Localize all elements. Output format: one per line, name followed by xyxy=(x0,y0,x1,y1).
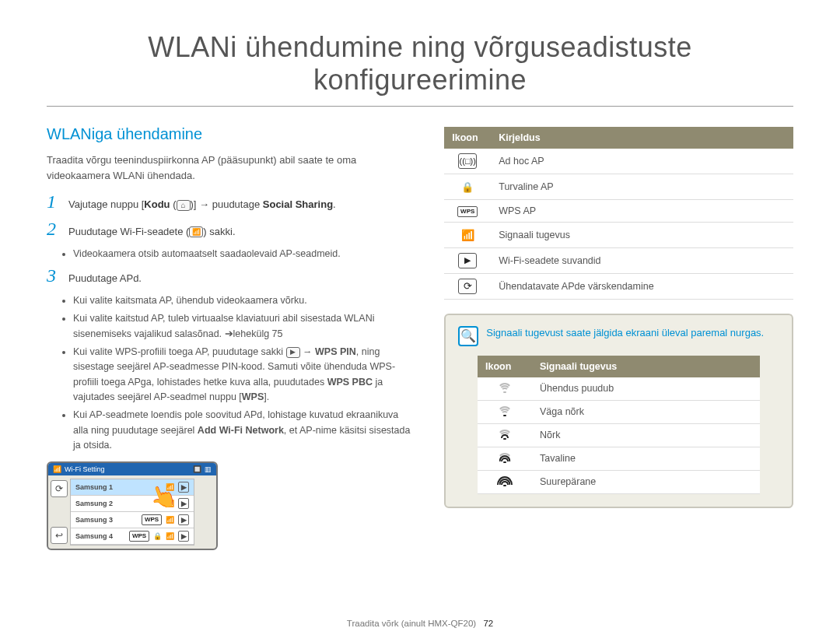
step-3-bullet-2: Kui valite kaitstud AP, tuleb virtuaalse… xyxy=(73,311,413,342)
table-row: WPS WPS AP xyxy=(444,200,793,223)
wifi-level-3-icon xyxy=(498,452,512,463)
step-number-3: 3 xyxy=(47,266,61,285)
arrow-right-icon: ▶ xyxy=(458,253,477,268)
footer-section: Traadita võrk (ainult HMX-QF20) xyxy=(347,619,476,628)
wifi-level-1-icon xyxy=(498,405,512,416)
wifi-icon: 📶 xyxy=(166,483,174,491)
wifi-icon: 📶 xyxy=(166,532,174,540)
wifi-level-2-icon xyxy=(498,429,512,440)
wps-icon: WPS xyxy=(129,531,149,542)
step-number-2: 2 xyxy=(47,219,61,238)
refresh-icon: ⟳ xyxy=(458,279,477,294)
icon-description-table: Ikoon Kirjeldus ((□)) Ad hoc AP 🔒 Turval… xyxy=(444,127,793,300)
lock-icon: 🔒 xyxy=(458,179,477,195)
section-heading: WLANiga ühendamine xyxy=(47,125,413,143)
intro-text: Traadita võrgu teeninduspiirkonna AP (pä… xyxy=(47,153,413,183)
device-screenshot: 📶 Wi-Fi Setting 🔲 ▥ ⟳ ↩ Samsung 1 📶 xyxy=(47,461,218,550)
table-row: Ühendus puudub xyxy=(478,377,760,401)
wifi-icon: 📶 xyxy=(166,516,174,524)
status-icon: ▥ xyxy=(205,465,212,473)
list-item[interactable]: Samsung 1 📶 ▶ xyxy=(71,479,194,496)
step-1-body: Vajutage nuppu [Kodu (⌂)] → puudutage So… xyxy=(68,197,413,213)
list-item[interactable]: Samsung 3 WPS 📶 ▶ xyxy=(71,512,194,528)
wps-icon: WPS xyxy=(142,514,162,525)
step-2-bullet: Videokaamera otsib automaatselt saadaole… xyxy=(73,247,413,261)
wps-icon: WPS xyxy=(457,206,478,217)
wifi-settings-icon: 📶 xyxy=(189,226,203,237)
table-row: ⟳ Ühendatavate APde värskendamine xyxy=(444,273,793,299)
lock-icon: 🔒 xyxy=(153,532,162,540)
table-row: ▶ Wi-Fi-seadete suvandid xyxy=(444,247,793,273)
arrow-right-icon[interactable]: ▶ xyxy=(178,498,189,509)
arrow-right-icon[interactable]: ▶ xyxy=(178,531,189,542)
wifi-level-4-icon xyxy=(498,475,512,486)
wifi-icon: 📶 xyxy=(53,465,61,473)
step-3-bullet-1: Kui valite kaitsmata AP, ühendub videoka… xyxy=(73,293,413,308)
wifi-icon: 📶 xyxy=(166,500,174,507)
info-icon: 🔍 xyxy=(458,326,478,346)
back-button[interactable]: ↩ xyxy=(51,527,68,544)
step-3-bullet-4: Kui AP-seadmete loendis pole soovitud AP… xyxy=(73,408,413,453)
table-row: Nõrk xyxy=(478,423,760,447)
list-item[interactable]: Samsung 2 📶 ▶ xyxy=(71,496,194,512)
step-3-body: Puudutage APd. xyxy=(68,271,413,287)
home-icon: ⌂ xyxy=(177,200,191,211)
arrow-right-icon[interactable]: ▶ xyxy=(178,482,189,493)
page-number: 72 xyxy=(483,619,493,628)
list-item[interactable]: Samsung 4 WPS 🔒 📶 ▶ xyxy=(71,528,194,545)
arrow-right-icon: ▶ xyxy=(286,347,300,358)
device-ap-list: Samsung 1 📶 ▶ Samsung 2 📶 ▶ Samsung 3 WP… xyxy=(70,479,194,546)
step-number-1: 1 xyxy=(47,192,61,211)
table-header-icon: Ikoon xyxy=(444,127,491,149)
device-title: Wi-Fi Setting xyxy=(65,465,105,473)
table-row: ((□)) Ad hoc AP xyxy=(444,149,793,174)
table-header-signal: Signaali tugevus xyxy=(532,356,760,377)
table-row: 🔒 Turvaline AP xyxy=(444,174,793,200)
page-title: WLANi ühendumine ning võrguseadistuste k… xyxy=(47,31,793,107)
battery-icon: 🔲 xyxy=(193,465,201,473)
step-2-body: Puudutage Wi-Fi-seadete (📶) sakki. xyxy=(68,224,413,240)
table-row: Suurepärane xyxy=(478,470,760,493)
refresh-button[interactable]: ⟳ xyxy=(51,480,68,497)
table-header-icon: Ikoon xyxy=(478,356,532,377)
table-row: Tavaline xyxy=(478,447,760,470)
wifi-icon: 📶 xyxy=(458,227,477,243)
table-header-desc: Kirjeldus xyxy=(491,127,793,149)
wifi-level-0-icon xyxy=(498,382,512,393)
note-text: Signaali tugevust saate jälgida ekraani … xyxy=(486,326,764,340)
page-footer: Traadita võrk (ainult HMX-QF20) 72 xyxy=(0,619,840,628)
step-3-bullet-3: Kui valite WPS-profiili toega AP, puudut… xyxy=(73,345,413,405)
arrow-right-icon[interactable]: ▶ xyxy=(178,514,189,525)
adhoc-icon: ((□)) xyxy=(458,153,477,169)
signal-strength-table: Ikoon Signaali tugevus Ühendus puudub Vä… xyxy=(478,356,760,494)
note-panel: 🔍 Signaali tugevust saate jälgida ekraan… xyxy=(444,314,793,508)
table-row: 📶 Signaali tugevus xyxy=(444,222,793,247)
table-row: Väga nõrk xyxy=(478,400,760,423)
